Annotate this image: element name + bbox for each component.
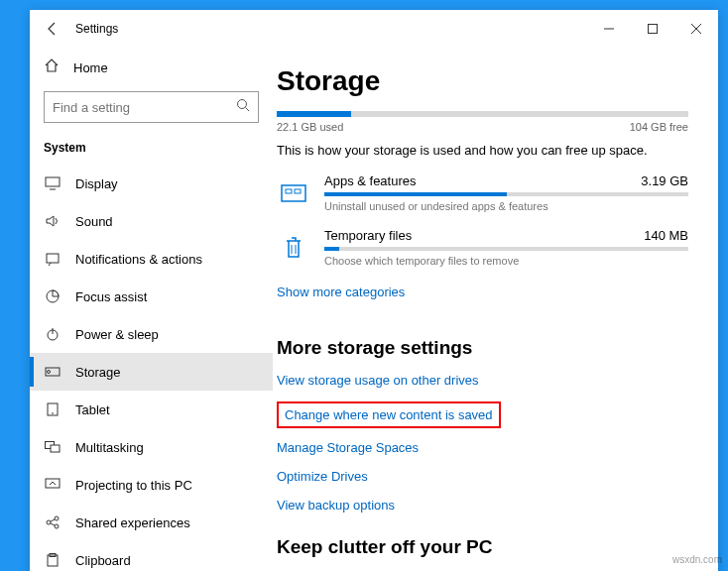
display-icon: [44, 176, 61, 190]
storage-bar: [277, 111, 688, 117]
minimize-button[interactable]: [587, 13, 631, 45]
nav-power[interactable]: Power & sleep: [30, 315, 273, 353]
focus-icon: [44, 289, 61, 303]
window-title: Settings: [75, 22, 587, 36]
storage-desc: This is how your storage is used and how…: [277, 143, 688, 158]
main-content: Storage 22.1 GB used 104 GB free This is…: [273, 48, 718, 571]
keep-clutter-title: Keep clutter off your PC: [277, 536, 688, 558]
svg-rect-17: [51, 445, 60, 452]
link-storage-spaces[interactable]: Manage Storage Spaces: [277, 440, 688, 455]
svg-point-19: [47, 520, 51, 524]
titlebar: Settings: [30, 10, 718, 48]
svg-point-13: [48, 371, 51, 374]
link-backup-options[interactable]: View backup options: [277, 498, 688, 513]
svg-line-23: [51, 523, 55, 525]
svg-rect-27: [286, 189, 292, 193]
link-other-drives[interactable]: View storage usage on other drives: [277, 373, 688, 388]
nav-storage[interactable]: Storage: [30, 353, 273, 391]
svg-line-5: [246, 108, 250, 112]
used-label: 22.1 GB used: [277, 121, 343, 133]
link-optimize-drives[interactable]: Optimize Drives: [277, 469, 688, 484]
group-name: System: [30, 135, 273, 165]
svg-rect-8: [47, 254, 59, 263]
home-nav[interactable]: Home: [30, 48, 273, 87]
home-icon: [44, 57, 60, 77]
shared-icon: [44, 515, 61, 529]
svg-point-4: [238, 100, 247, 109]
nav-focus-assist[interactable]: Focus assist: [30, 278, 273, 315]
svg-line-22: [51, 519, 55, 521]
notifications-icon: [44, 252, 61, 266]
svg-rect-12: [46, 368, 60, 376]
nav-clipboard[interactable]: Clipboard: [30, 541, 273, 571]
clipboard-icon: [44, 553, 61, 567]
maximize-button[interactable]: [631, 13, 674, 45]
multitasking-icon: [44, 441, 61, 453]
svg-rect-28: [295, 189, 301, 193]
svg-rect-1: [649, 25, 658, 34]
more-settings-title: More storage settings: [277, 337, 688, 359]
nav-multitasking[interactable]: Multitasking: [30, 428, 273, 466]
show-more-link[interactable]: Show more categories: [277, 285, 405, 299]
svg-rect-6: [46, 177, 60, 186]
sound-icon: [44, 214, 61, 228]
apps-icon: [277, 176, 310, 210]
svg-point-20: [55, 516, 59, 520]
close-button[interactable]: [674, 13, 718, 45]
home-label: Home: [73, 60, 108, 75]
highlighted-link: Change where new content is saved: [277, 401, 501, 428]
svg-rect-18: [46, 479, 60, 488]
search-icon: [236, 98, 250, 116]
nav-list: Display Sound Notifications & actions Fo…: [30, 165, 273, 571]
power-icon: [44, 327, 61, 341]
projecting-icon: [44, 478, 61, 492]
category-apps[interactable]: Apps & features3.19 GB Uninstall unused …: [277, 173, 688, 212]
trash-icon: [277, 231, 310, 265]
settings-window: Settings Home System Display Sound Notif…: [30, 10, 718, 571]
search-box[interactable]: [44, 91, 259, 123]
svg-point-21: [55, 524, 59, 528]
page-title: Storage: [277, 65, 688, 97]
tablet-icon: [44, 402, 61, 416]
free-label: 104 GB free: [630, 121, 688, 133]
back-button[interactable]: [30, 10, 75, 48]
nav-shared[interactable]: Shared experiences: [30, 504, 273, 541]
sidebar: Home System Display Sound Notifications …: [30, 48, 273, 571]
nav-projecting[interactable]: Projecting to this PC: [30, 466, 273, 504]
window-controls: [587, 13, 718, 45]
search-input[interactable]: [53, 100, 236, 115]
storage-icon: [44, 367, 61, 377]
nav-sound[interactable]: Sound: [30, 202, 273, 240]
nav-display[interactable]: Display: [30, 165, 273, 202]
nav-notifications[interactable]: Notifications & actions: [30, 240, 273, 278]
category-temp[interactable]: Temporary files140 MB Choose which tempo…: [277, 228, 688, 267]
nav-tablet[interactable]: Tablet: [30, 391, 273, 428]
storage-labels: 22.1 GB used 104 GB free: [277, 121, 688, 133]
link-change-save-location[interactable]: Change where new content is saved: [285, 407, 493, 422]
watermark: wsxdn.com: [672, 554, 722, 565]
